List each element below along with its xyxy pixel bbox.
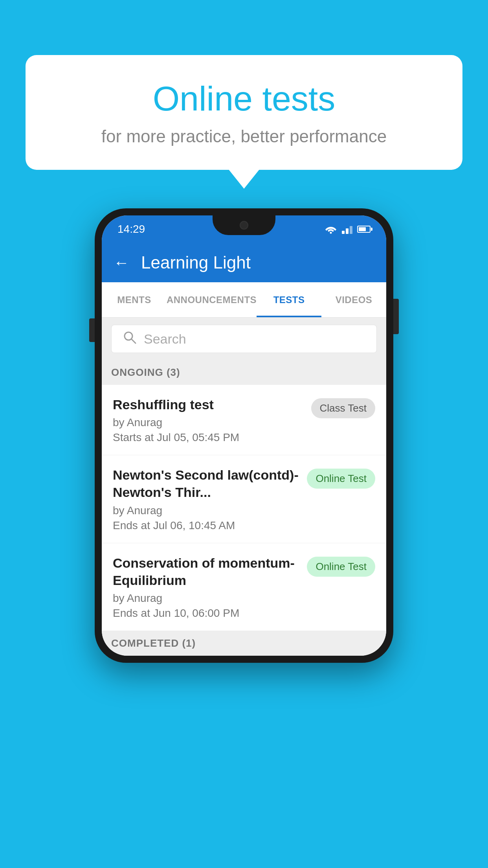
bubble-subtitle: for more practice, better performance <box>57 127 431 146</box>
tab-videos[interactable]: VIDEOS <box>321 282 386 317</box>
speech-bubble-wrapper: Online tests for more practice, better p… <box>26 55 462 170</box>
search-container: Search <box>102 318 386 360</box>
status-icons <box>325 224 371 234</box>
speech-bubble: Online tests for more practice, better p… <box>26 55 462 170</box>
signal-bars-icon <box>342 224 352 234</box>
camera-dot <box>240 221 248 230</box>
phone-wrapper: 14:29 <box>95 208 393 663</box>
battery-icon <box>357 226 371 233</box>
tab-announcements[interactable]: ANNOUNCEMENTS <box>167 282 257 317</box>
wifi-icon <box>325 224 337 234</box>
test-badge-3: Online Test <box>307 557 375 577</box>
tests-list: Reshuffling test by Anurag Starts at Jul… <box>102 385 386 631</box>
svg-line-2 <box>132 339 136 343</box>
test-info-1: Reshuffling test by Anurag Starts at Jul… <box>113 396 303 444</box>
section-label-completed: COMPLETED (1) <box>111 637 196 649</box>
test-badge-2: Online Test <box>307 469 375 489</box>
search-icon <box>123 330 137 348</box>
test-info-2: Newton's Second law(contd)-Newton's Thir… <box>113 466 299 531</box>
test-item-3[interactable]: Conservation of momentum-Equilibrium by … <box>102 543 386 631</box>
test-name-1: Reshuffling test <box>113 396 303 413</box>
bubble-title: Online tests <box>57 79 431 119</box>
tab-ments[interactable]: MENTS <box>102 282 167 317</box>
section-header-completed: COMPLETED (1) <box>102 631 386 656</box>
app-title: Learning Light <box>141 253 251 272</box>
test-by-3: by Anurag <box>113 592 299 605</box>
app-bar: ← Learning Light <box>102 243 386 282</box>
test-by-2: by Anurag <box>113 504 299 517</box>
status-bar: 14:29 <box>102 215 386 243</box>
back-button[interactable]: ← <box>114 254 129 272</box>
search-bar[interactable]: Search <box>111 325 377 353</box>
test-time-3: Ends at Jun 10, 06:00 PM <box>113 607 299 620</box>
svg-point-0 <box>330 232 332 234</box>
notch <box>213 215 275 235</box>
status-time: 14:29 <box>117 223 145 235</box>
test-time-2: Ends at Jul 06, 10:45 AM <box>113 519 299 532</box>
phone-screen: 14:29 <box>102 215 386 656</box>
tabs-bar: MENTS ANNOUNCEMENTS TESTS VIDEOS <box>102 282 386 318</box>
phone-frame: 14:29 <box>95 208 393 663</box>
search-placeholder: Search <box>144 331 186 347</box>
test-name-3: Conservation of momentum-Equilibrium <box>113 554 299 589</box>
test-time-1: Starts at Jul 05, 05:45 PM <box>113 431 303 444</box>
section-header-ongoing: ONGOING (3) <box>102 360 386 385</box>
test-badge-1: Class Test <box>311 398 375 418</box>
test-name-2: Newton's Second law(contd)-Newton's Thir… <box>113 466 299 501</box>
test-info-3: Conservation of momentum-Equilibrium by … <box>113 554 299 620</box>
test-by-1: by Anurag <box>113 416 303 429</box>
section-label-ongoing: ONGOING (3) <box>111 366 180 378</box>
tab-tests[interactable]: TESTS <box>257 282 321 317</box>
test-item-1[interactable]: Reshuffling test by Anurag Starts at Jul… <box>102 385 386 455</box>
test-item-2[interactable]: Newton's Second law(contd)-Newton's Thir… <box>102 455 386 543</box>
